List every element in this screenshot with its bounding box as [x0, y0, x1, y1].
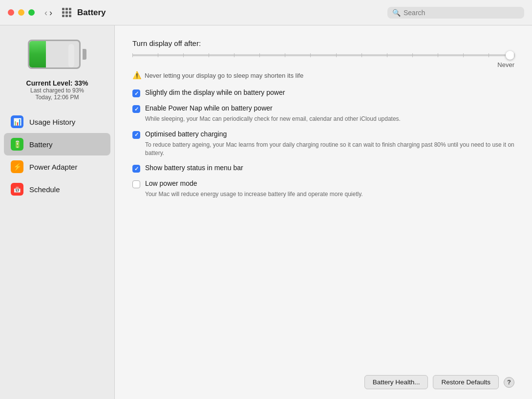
main-layout: Current Level: 33% Last charged to 93% T… [0, 25, 532, 399]
cb-optimised-charging[interactable]: ✓ [132, 131, 140, 139]
forward-button[interactable]: › [49, 8, 52, 17]
sidebar-label-usage-history: Usage History [29, 118, 75, 126]
battery-info: Current Level: 33% Last charged to 93% T… [26, 79, 88, 101]
cb-check-power-nap: ✓ [134, 107, 139, 112]
battery-icon-container [28, 37, 86, 71]
checkbox-power-nap[interactable]: ✓ [132, 105, 140, 113]
sidebar-item-battery[interactable]: 🔋 Battery [4, 133, 110, 155]
close-button[interactable] [8, 9, 14, 16]
nav-arrows: ‹ › [44, 8, 52, 17]
cb-check-battery-status: ✓ [134, 166, 139, 172]
battery-time: Today, 12:06 PM [26, 94, 88, 101]
sidebar-item-usage-history[interactable]: 📊 Usage History [4, 111, 110, 133]
cb-show-battery-status[interactable]: ✓ [132, 165, 140, 173]
schedule-icon: 📅 [11, 183, 23, 196]
minimize-button[interactable] [18, 9, 24, 16]
help-button[interactable]: ? [504, 377, 514, 388]
option-label-power-nap: Enable Power Nap while on battery power [145, 104, 273, 112]
page-title: Battery [77, 8, 382, 18]
battery-body [28, 40, 81, 69]
battery-charged: Last charged to 93% [26, 87, 88, 94]
sidebar-label-battery: Battery [29, 140, 53, 149]
maximize-button[interactable] [28, 9, 35, 16]
option-optimised-charging: ✓ Optimised battery charging [132, 130, 514, 139]
option-dim-display: ✓ Slightly dim the display while on batt… [132, 89, 514, 97]
cb-check-optimised: ✓ [134, 132, 139, 137]
sidebar: Current Level: 33% Last charged to 93% T… [0, 25, 115, 399]
sidebar-item-schedule[interactable]: 📅 Schedule [4, 178, 110, 200]
grid-icon[interactable] [62, 8, 71, 17]
checkbox-show-battery-status[interactable]: ✓ [132, 165, 140, 173]
power-adapter-icon: ⚡ [11, 160, 23, 173]
option-show-battery-status: ✓ Show battery status in menu bar [132, 164, 514, 173]
sidebar-item-power-adapter[interactable]: ⚡ Power Adapter [4, 155, 110, 178]
battery-health-button[interactable]: Battery Health... [364, 375, 428, 389]
warning-row: ⚠️ Never letting your display go to slee… [132, 71, 514, 80]
content-area: Turn display off after: [115, 25, 532, 399]
usage-history-icon: 📊 [11, 115, 23, 128]
display-sleep-slider-wrapper: Never [132, 54, 514, 66]
cb-check-dim: ✓ [134, 91, 139, 96]
search-icon: 🔍 [392, 9, 401, 17]
battery-nav-icon: 🔋 [11, 138, 23, 151]
option-desc-low-power-mode: Your Mac will reduce energy usage to inc… [145, 190, 514, 199]
slider-thumb[interactable] [506, 51, 514, 60]
battery-fill [29, 41, 46, 67]
slider-track[interactable] [132, 54, 514, 56]
slider-section-title: Turn display off after: [132, 39, 514, 47]
sidebar-label-schedule: Schedule [29, 185, 60, 194]
window-controls [8, 9, 35, 16]
warning-icon: ⚠️ [132, 71, 142, 80]
cb-low-power-mode[interactable] [132, 180, 140, 188]
option-low-power-mode: Low power mode [132, 179, 514, 188]
option-label-optimised-charging: Optimised battery charging [145, 130, 227, 138]
battery-level: Current Level: 33% [26, 79, 88, 87]
option-desc-optimised-charging: To reduce battery ageing, your Mac learn… [145, 141, 514, 157]
cb-dim-display[interactable]: ✓ [132, 89, 140, 97]
back-button[interactable]: ‹ [44, 8, 47, 17]
option-label-dim-display: Slightly dim the display while on batter… [145, 89, 285, 96]
checkbox-low-power-mode[interactable] [132, 180, 140, 188]
option-power-nap: ✓ Enable Power Nap while on battery powe… [132, 104, 514, 113]
battery-terminal [83, 49, 86, 60]
sidebar-label-power-adapter: Power Adapter [29, 163, 77, 171]
checkbox-optimised-charging[interactable]: ✓ [132, 131, 140, 139]
checkbox-dim-display[interactable]: ✓ [132, 89, 140, 97]
slider-never-label: Never [497, 61, 514, 68]
search-box[interactable]: 🔍 [387, 7, 524, 19]
bottom-bar: Battery Health... Restore Defaults ? [364, 375, 514, 389]
option-label-show-battery-status: Show battery status in menu bar [145, 164, 243, 172]
option-desc-power-nap: While sleeping, your Mac can periodicall… [145, 115, 514, 123]
sidebar-nav: 📊 Usage History 🔋 Battery ⚡ Power Adapte… [0, 111, 114, 200]
option-label-low-power-mode: Low power mode [145, 179, 197, 187]
restore-defaults-button[interactable]: Restore Defaults [433, 375, 499, 389]
battery-shine [68, 44, 74, 67]
titlebar: ‹ › Battery 🔍 [0, 0, 532, 25]
warning-text: Never letting your display go to sleep m… [145, 72, 303, 79]
cb-power-nap[interactable]: ✓ [132, 105, 140, 113]
search-input[interactable] [404, 9, 519, 17]
